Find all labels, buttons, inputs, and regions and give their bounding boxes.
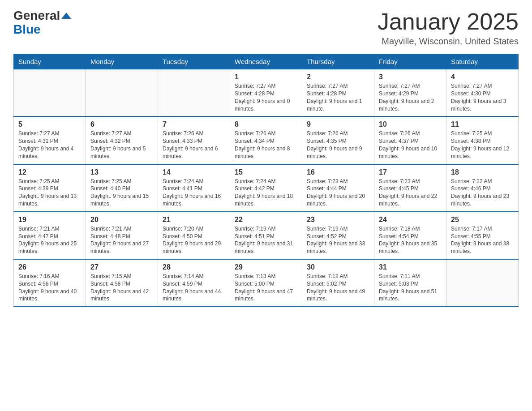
day-info: Sunrise: 7:13 AMSunset: 5:00 PMDaylight:… (235, 273, 297, 303)
day-info: Sunrise: 7:23 AMSunset: 4:45 PMDaylight:… (379, 178, 442, 208)
day-info: Sunrise: 7:26 AMSunset: 4:37 PMDaylight:… (379, 130, 442, 160)
day-number: 12 (18, 168, 81, 176)
calendar-cell: 23Sunrise: 7:19 AMSunset: 4:52 PMDayligh… (302, 212, 374, 259)
day-number: 29 (235, 263, 297, 271)
calendar-cell: 2Sunrise: 7:27 AMSunset: 4:28 PMDaylight… (302, 69, 374, 117)
calendar-week-row: 12Sunrise: 7:25 AMSunset: 4:39 PMDayligh… (14, 164, 519, 212)
day-info: Sunrise: 7:11 AMSunset: 5:03 PMDaylight:… (379, 273, 442, 303)
day-info: Sunrise: 7:17 AMSunset: 4:55 PMDaylight:… (451, 225, 514, 255)
day-info: Sunrise: 7:27 AMSunset: 4:28 PMDaylight:… (235, 82, 297, 112)
calendar-cell: 28Sunrise: 7:14 AMSunset: 4:59 PMDayligh… (158, 259, 230, 307)
calendar-week-row: 1Sunrise: 7:27 AMSunset: 4:28 PMDaylight… (14, 69, 519, 117)
calendar-cell: 5Sunrise: 7:27 AMSunset: 4:31 PMDaylight… (14, 116, 86, 164)
calendar-cell (446, 259, 519, 307)
day-info: Sunrise: 7:27 AMSunset: 4:28 PMDaylight:… (307, 82, 369, 112)
day-info: Sunrise: 7:25 AMSunset: 4:40 PMDaylight:… (90, 178, 153, 208)
day-info: Sunrise: 7:21 AMSunset: 4:48 PMDaylight:… (90, 225, 153, 255)
weekday-header-row: SundayMondayTuesdayWednesdayThursdayFrid… (14, 54, 519, 69)
calendar-cell: 12Sunrise: 7:25 AMSunset: 4:39 PMDayligh… (14, 164, 86, 212)
calendar-cell: 13Sunrise: 7:25 AMSunset: 4:40 PMDayligh… (86, 164, 158, 212)
day-number: 16 (307, 168, 369, 176)
day-info: Sunrise: 7:27 AMSunset: 4:29 PMDaylight:… (379, 82, 442, 112)
calendar-cell: 31Sunrise: 7:11 AMSunset: 5:03 PMDayligh… (374, 259, 446, 307)
day-number: 25 (451, 216, 514, 224)
calendar-cell (158, 69, 230, 117)
day-info: Sunrise: 7:18 AMSunset: 4:54 PMDaylight:… (379, 225, 442, 255)
calendar-week-row: 19Sunrise: 7:21 AMSunset: 4:47 PMDayligh… (14, 212, 519, 259)
calendar-cell: 14Sunrise: 7:24 AMSunset: 4:41 PMDayligh… (158, 164, 230, 212)
day-number: 30 (307, 263, 369, 271)
day-info: Sunrise: 7:19 AMSunset: 4:51 PMDaylight:… (235, 225, 297, 255)
calendar-cell: 6Sunrise: 7:27 AMSunset: 4:32 PMDaylight… (86, 116, 158, 164)
day-number: 5 (18, 120, 81, 128)
day-info: Sunrise: 7:24 AMSunset: 4:41 PMDaylight:… (163, 178, 225, 208)
day-number: 20 (90, 216, 153, 224)
calendar-cell: 27Sunrise: 7:15 AMSunset: 4:58 PMDayligh… (86, 259, 158, 307)
calendar-cell: 21Sunrise: 7:20 AMSunset: 4:50 PMDayligh… (158, 212, 230, 259)
day-number: 27 (90, 263, 153, 271)
calendar-cell: 11Sunrise: 7:25 AMSunset: 4:38 PMDayligh… (446, 116, 519, 164)
calendar-table: SundayMondayTuesdayWednesdayThursdayFrid… (13, 54, 519, 307)
calendar-cell: 9Sunrise: 7:26 AMSunset: 4:35 PMDaylight… (302, 116, 374, 164)
weekday-header: Saturday (446, 54, 519, 69)
page-header: General Blue January 2025 Mayville, Wisc… (13, 9, 519, 47)
calendar-cell: 18Sunrise: 7:22 AMSunset: 4:46 PMDayligh… (446, 164, 519, 212)
calendar-subtitle: Mayville, Wisconsin, United States (378, 36, 519, 47)
day-number: 26 (18, 263, 81, 271)
calendar-cell: 19Sunrise: 7:21 AMSunset: 4:47 PMDayligh… (14, 212, 86, 259)
calendar-cell: 24Sunrise: 7:18 AMSunset: 4:54 PMDayligh… (374, 212, 446, 259)
calendar-title: January 2025 (378, 9, 519, 34)
day-info: Sunrise: 7:20 AMSunset: 4:50 PMDaylight:… (163, 225, 225, 255)
calendar-cell: 26Sunrise: 7:16 AMSunset: 4:56 PMDayligh… (14, 259, 86, 307)
day-info: Sunrise: 7:22 AMSunset: 4:46 PMDaylight:… (451, 178, 514, 208)
day-number: 31 (379, 263, 442, 271)
day-info: Sunrise: 7:27 AMSunset: 4:32 PMDaylight:… (90, 130, 153, 160)
calendar-cell (14, 69, 86, 117)
weekday-header: Thursday (302, 54, 374, 69)
day-info: Sunrise: 7:21 AMSunset: 4:47 PMDaylight:… (18, 225, 81, 255)
calendar-cell (86, 69, 158, 117)
weekday-header: Wednesday (230, 54, 302, 69)
calendar-cell: 10Sunrise: 7:26 AMSunset: 4:37 PMDayligh… (374, 116, 446, 164)
day-info: Sunrise: 7:26 AMSunset: 4:33 PMDaylight:… (163, 130, 225, 160)
day-info: Sunrise: 7:16 AMSunset: 4:56 PMDaylight:… (18, 273, 81, 303)
day-info: Sunrise: 7:19 AMSunset: 4:52 PMDaylight:… (307, 225, 369, 255)
calendar-cell: 15Sunrise: 7:24 AMSunset: 4:42 PMDayligh… (230, 164, 302, 212)
day-number: 13 (90, 168, 153, 176)
day-info: Sunrise: 7:23 AMSunset: 4:44 PMDaylight:… (307, 178, 369, 208)
calendar-week-row: 26Sunrise: 7:16 AMSunset: 4:56 PMDayligh… (14, 259, 519, 307)
calendar-cell: 29Sunrise: 7:13 AMSunset: 5:00 PMDayligh… (230, 259, 302, 307)
day-number: 22 (235, 216, 297, 224)
day-number: 28 (163, 263, 225, 271)
calendar-week-row: 5Sunrise: 7:27 AMSunset: 4:31 PMDaylight… (14, 116, 519, 164)
calendar-body: 1Sunrise: 7:27 AMSunset: 4:28 PMDaylight… (14, 69, 519, 307)
calendar-cell: 22Sunrise: 7:19 AMSunset: 4:51 PMDayligh… (230, 212, 302, 259)
weekday-header: Monday (86, 54, 158, 69)
day-number: 3 (379, 73, 442, 81)
day-number: 14 (163, 168, 225, 176)
day-info: Sunrise: 7:24 AMSunset: 4:42 PMDaylight:… (235, 178, 297, 208)
calendar-cell: 25Sunrise: 7:17 AMSunset: 4:55 PMDayligh… (446, 212, 519, 259)
calendar-cell: 16Sunrise: 7:23 AMSunset: 4:44 PMDayligh… (302, 164, 374, 212)
calendar-cell: 17Sunrise: 7:23 AMSunset: 4:45 PMDayligh… (374, 164, 446, 212)
day-number: 19 (18, 216, 81, 224)
day-info: Sunrise: 7:25 AMSunset: 4:38 PMDaylight:… (451, 130, 514, 160)
title-section: January 2025 Mayville, Wisconsin, United… (378, 9, 519, 47)
day-number: 7 (163, 120, 225, 128)
day-number: 11 (451, 120, 514, 128)
day-number: 23 (307, 216, 369, 224)
day-number: 24 (379, 216, 442, 224)
calendar-cell: 20Sunrise: 7:21 AMSunset: 4:48 PMDayligh… (86, 212, 158, 259)
calendar-cell: 4Sunrise: 7:27 AMSunset: 4:30 PMDaylight… (446, 69, 519, 117)
day-number: 18 (451, 168, 514, 176)
day-number: 2 (307, 73, 369, 81)
day-info: Sunrise: 7:12 AMSunset: 5:02 PMDaylight:… (307, 273, 369, 303)
day-info: Sunrise: 7:14 AMSunset: 4:59 PMDaylight:… (163, 273, 225, 303)
weekday-header: Sunday (14, 54, 86, 69)
day-number: 9 (307, 120, 369, 128)
calendar-cell: 7Sunrise: 7:26 AMSunset: 4:33 PMDaylight… (158, 116, 230, 164)
calendar-cell: 8Sunrise: 7:26 AMSunset: 4:34 PMDaylight… (230, 116, 302, 164)
logo-general: General (13, 9, 60, 23)
weekday-header: Friday (374, 54, 446, 69)
calendar-header: SundayMondayTuesdayWednesdayThursdayFrid… (14, 54, 519, 69)
